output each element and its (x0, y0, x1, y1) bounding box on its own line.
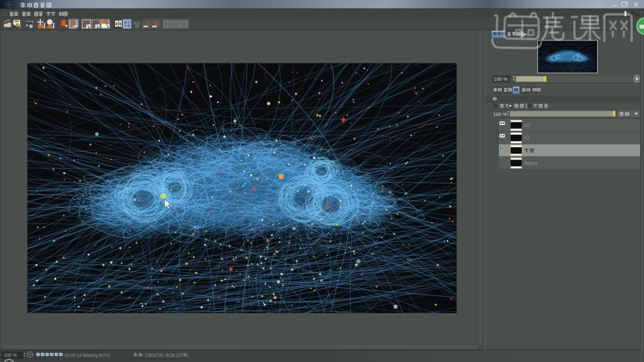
svg-text:A: A (146, 20, 150, 27)
svg-text:01: 01 (524, 135, 530, 141)
svg-text:): ) (187, 353, 189, 358)
svg-text:?: ? (19, 25, 21, 29)
svg-text:Alpha: Alpha (524, 160, 538, 166)
svg-text:100 %: 100 % (494, 76, 508, 82)
svg-text:00:00:14 Waiting AOVs: 00:00:14 Waiting AOVs (64, 353, 111, 358)
svg-text:: 1280x720, RGB (32: : 1280x720, RGB (32 (142, 353, 182, 358)
svg-text:02: 02 (524, 122, 530, 128)
svg-text:100 %: 100 % (493, 111, 507, 117)
svg-text:B: B (155, 20, 159, 27)
svg-text:100 %: 100 % (4, 353, 17, 357)
svg-text:AB: AB (133, 20, 141, 26)
